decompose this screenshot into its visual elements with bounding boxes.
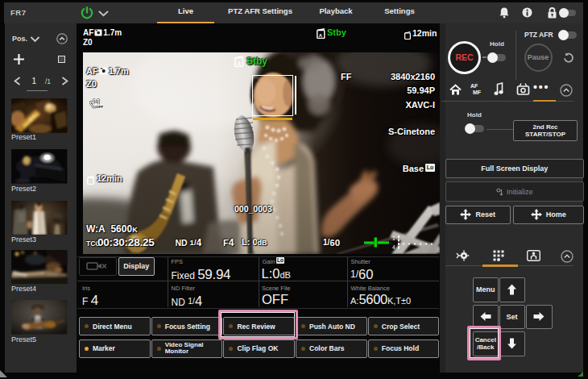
svg-text:OFF: OFF [96, 105, 103, 109]
svg-text:A: A [238, 60, 242, 66]
svg-text:A: A [319, 33, 323, 38]
svg-text:4: 4 [392, 244, 395, 250]
svg-text:1: 1 [392, 235, 395, 241]
